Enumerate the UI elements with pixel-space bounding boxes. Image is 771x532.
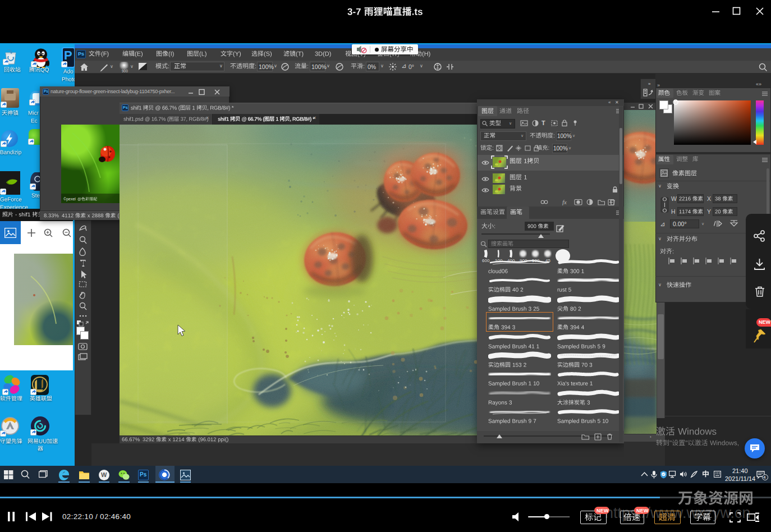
svg-text:fx: fx: [562, 199, 567, 205]
